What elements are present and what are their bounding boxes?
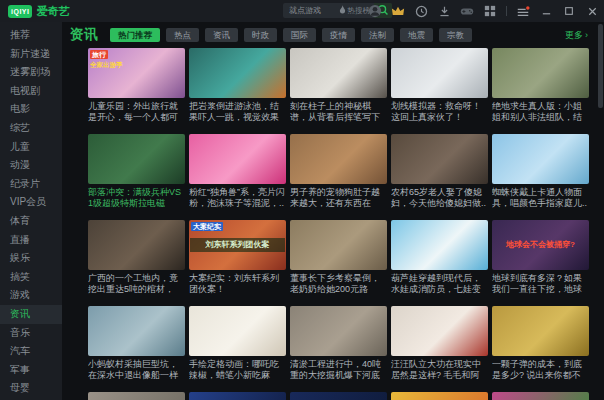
video-card[interactable]: 大案纪实 刘东轩系列团伙案 大案纪实：刘东轩系列团伙案！ bbox=[189, 220, 286, 294]
video-thumbnail[interactable] bbox=[391, 134, 488, 184]
video-card[interactable]: 划线模拟器：救命呀！这回上真家伙了！ bbox=[391, 48, 488, 122]
hot-search-dropdown[interactable]: 热搜榜 bbox=[339, 5, 371, 16]
category-tab[interactable]: 资讯 bbox=[205, 28, 238, 42]
minimize-icon[interactable] bbox=[539, 4, 553, 18]
video-card[interactable]: 一颗子弹的成本，到底是多少? 说出来你都不敢信 bbox=[492, 306, 589, 380]
video-thumbnail[interactable] bbox=[290, 220, 387, 270]
more-link[interactable]: 更多› bbox=[565, 22, 588, 48]
vip-crown-icon[interactable] bbox=[391, 4, 405, 18]
video-thumbnail[interactable] bbox=[492, 48, 589, 98]
video-card[interactable]: 葫芦娃穿越到现代后，水娃成消防员，七娃变星.. bbox=[391, 220, 488, 294]
video-thumbnail[interactable] bbox=[189, 306, 286, 356]
sidebar-item[interactable]: 军事 bbox=[0, 361, 62, 380]
sidebar-item[interactable]: 娱乐 bbox=[0, 249, 62, 268]
sidebar-item[interactable]: 电影 bbox=[0, 100, 62, 119]
video-thumbnail[interactable] bbox=[88, 134, 185, 184]
menu-icon[interactable] bbox=[516, 4, 530, 18]
scrollbar[interactable] bbox=[598, 24, 603, 398]
video-thumbnail[interactable] bbox=[88, 306, 185, 356]
video-thumbnail[interactable] bbox=[391, 48, 488, 98]
video-card[interactable]: 把岩浆倒进游泳池，结果吓人一跳，视觉效果太.. bbox=[189, 48, 286, 122]
thumbnail-badge: 大案纪实 bbox=[191, 222, 223, 231]
download-icon[interactable] bbox=[437, 4, 451, 18]
video-thumbnail[interactable] bbox=[391, 306, 488, 356]
video-card[interactable]: 绝地求生真人版：小姐姐和别人非法组队，结果.. bbox=[492, 48, 589, 122]
video-thumbnail[interactable] bbox=[492, 306, 589, 356]
video-thumbnail[interactable] bbox=[88, 220, 185, 270]
video-thumbnail-partial[interactable] bbox=[189, 392, 286, 400]
sidebar-item[interactable]: 直播 bbox=[0, 231, 62, 250]
video-thumbnail[interactable]: 旅行 全家出游季 bbox=[88, 48, 185, 98]
category-tab[interactable]: 宗教 bbox=[439, 28, 472, 42]
video-card[interactable]: 清淤工程进行中，40吨重的大挖掘机爆下河底清.. bbox=[290, 306, 387, 380]
category-tab[interactable]: 热门推荐 bbox=[110, 28, 160, 42]
video-title: 蜘蛛侠戴上卡通人物面具，唱颜色手指家庭儿.. bbox=[492, 187, 589, 208]
category-tab[interactable]: 疫情 bbox=[322, 28, 355, 42]
video-thumbnail[interactable] bbox=[290, 306, 387, 356]
sidebar-item[interactable]: 迷雾剧场 bbox=[0, 63, 62, 82]
sidebar-item[interactable]: 综艺 bbox=[0, 119, 62, 138]
category-tab[interactable]: 地震 bbox=[400, 28, 433, 42]
video-card[interactable]: 小蚂蚁村采抽巨型坑，在深水中退出像船一样的.. bbox=[88, 306, 185, 380]
video-card[interactable]: 刻在柱子上的神秘棋谱，从背看后挥笔写下几大.. bbox=[290, 48, 387, 122]
category-tab[interactable]: 国际 bbox=[283, 28, 316, 42]
chevron-right-icon: › bbox=[585, 30, 588, 40]
video-card[interactable]: 董事长下乡考察晕倒，老奶奶给她200元路费，.. bbox=[290, 220, 387, 294]
sidebar-item[interactable]: 儿童 bbox=[0, 138, 62, 157]
video-thumbnail-partial[interactable] bbox=[290, 392, 387, 400]
video-card[interactable]: 旅行 全家出游季 儿童乐园：外出旅行就是开心，每一个人都可以.. bbox=[88, 48, 185, 122]
sidebar-item[interactable]: 音乐 bbox=[0, 324, 62, 343]
maximize-icon[interactable] bbox=[562, 4, 576, 18]
history-icon[interactable] bbox=[414, 4, 428, 18]
video-card[interactable]: 地球会不会被捅穿? 地球到底有多深？如果我们一直往下挖，地球会.. bbox=[492, 220, 589, 294]
video-thumbnail[interactable]: 地球会不会被捅穿? bbox=[492, 220, 589, 270]
sidebar-item[interactable]: 推荐 bbox=[0, 26, 62, 45]
video-thumbnail[interactable] bbox=[189, 48, 286, 98]
video-card[interactable]: 部落冲突：满级兵种VS1级超级特斯拉电磁塔，.. bbox=[88, 134, 185, 208]
scrollbar-thumb[interactable] bbox=[598, 24, 603, 108]
video-card[interactable]: 广西的一个工地内，竟挖出重达5吨的棺材，简.. bbox=[88, 220, 185, 294]
category-tab[interactable]: 热点 bbox=[166, 28, 199, 42]
sidebar-item[interactable]: 电视剧 bbox=[0, 82, 62, 101]
video-title: 男子养的宠物狗肚子越来越大，还有东西在动，.. bbox=[290, 187, 387, 208]
sidebar-item[interactable]: 资讯 bbox=[0, 305, 62, 324]
thumbnail-overlay-text: 刘东轩系列团伙案 bbox=[190, 238, 285, 252]
close-icon[interactable] bbox=[585, 4, 599, 18]
sidebar-item[interactable]: 游戏 bbox=[0, 286, 62, 305]
gamepad-icon[interactable] bbox=[460, 4, 474, 18]
video-title: 儿童乐园：外出旅行就是开心，每一个人都可以.. bbox=[88, 101, 185, 122]
video-thumbnail-partial[interactable] bbox=[88, 392, 185, 400]
sidebar-item[interactable]: 母婴 bbox=[0, 379, 62, 398]
sidebar-item[interactable]: 搞笑 bbox=[0, 268, 62, 287]
video-card[interactable]: 蜘蛛侠戴上卡通人物面具，唱颜色手指家庭儿.. bbox=[492, 134, 589, 208]
page-title: 资讯 bbox=[70, 26, 98, 44]
video-thumbnail-partial[interactable] bbox=[492, 392, 589, 400]
sidebar-item[interactable]: 动漫 bbox=[0, 156, 62, 175]
video-thumbnail[interactable] bbox=[492, 134, 589, 184]
video-thumbnail[interactable]: 大案纪实 刘东轩系列团伙案 bbox=[189, 220, 286, 270]
category-tab[interactable]: 时政 bbox=[244, 28, 277, 42]
video-card[interactable]: 手绘定格动画：哪吒吃辣椒，蜡笔小新吃麻花，.. bbox=[189, 306, 286, 380]
video-thumbnail[interactable] bbox=[290, 48, 387, 98]
search-input[interactable] bbox=[287, 5, 336, 16]
video-thumbnail[interactable] bbox=[290, 134, 387, 184]
video-card[interactable]: 农村65岁老人娶了傻媳妇，今天他给傻媳妇做.. bbox=[391, 134, 488, 208]
video-card[interactable]: 汪汪队立大功在现实中居然是这样? 毛毛和阿奇.. bbox=[391, 306, 488, 380]
video-card[interactable]: 男子养的宠物狗肚子越来越大，还有东西在动，.. bbox=[290, 134, 387, 208]
video-thumbnail[interactable] bbox=[189, 134, 286, 184]
video-grid: 旅行 全家出游季 儿童乐园：外出旅行就是开心，每一个人都可以.. 把岩浆倒进游泳… bbox=[88, 48, 590, 392]
category-tab[interactable]: 法制 bbox=[361, 28, 394, 42]
video-card[interactable]: 粉红“独角兽”系，亮片闪粉，泡沫珠子等混泥，.. bbox=[189, 134, 286, 208]
sidebar-item[interactable]: 体育 bbox=[0, 212, 62, 231]
sidebar-item[interactable]: VIP会员 bbox=[0, 193, 62, 212]
video-title: 清淤工程进行中，40吨重的大挖掘机爆下河底清.. bbox=[290, 359, 387, 380]
sidebar-item[interactable]: 新片速递 bbox=[0, 45, 62, 64]
video-thumbnail[interactable] bbox=[391, 220, 488, 270]
apps-icon[interactable] bbox=[483, 4, 497, 18]
video-title: 部落冲突：满级兵种VS1级超级特斯拉电磁塔，.. bbox=[88, 187, 185, 208]
video-thumbnail-partial[interactable] bbox=[391, 392, 488, 400]
sidebar-item[interactable]: 纪录片 bbox=[0, 175, 62, 194]
sidebar-item[interactable]: 汽车 bbox=[0, 342, 62, 361]
avatar-icon[interactable] bbox=[368, 4, 382, 18]
titlebar-divider bbox=[506, 6, 507, 16]
